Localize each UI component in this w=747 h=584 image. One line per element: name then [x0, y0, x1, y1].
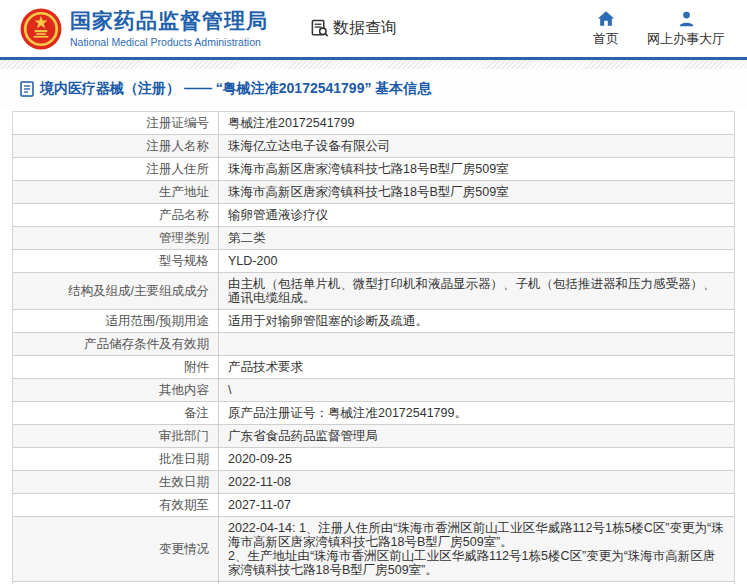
nmpa-logo[interactable]: 国家药品监督管理局 National Medical Products Admi… [20, 8, 268, 50]
row-label: 其他内容 [13, 379, 219, 401]
table-row: 有效期至 2027-11-07 [13, 494, 734, 517]
org-title: 国家药品监督管理局 [70, 9, 268, 33]
registration-info-table: 注册证编号 粤械注准20172541799 注册人名称 珠海亿立达电子设备有限公… [12, 111, 735, 584]
table-row: 附件 产品技术要求 [13, 356, 734, 379]
page-title: 境内医疗器械（注册） —— “粤械注准20172541799” 基本信息 [40, 80, 431, 98]
national-emblem-icon [20, 8, 62, 50]
site-header: 国家药品监督管理局 National Medical Products Admi… [0, 0, 747, 57]
row-value: 珠海亿立达电子设备有限公司 [219, 135, 734, 157]
row-label: 型号规格 [13, 250, 219, 272]
row-label: 产品储存条件及有效期 [13, 333, 219, 355]
row-label: 产品名称 [13, 204, 219, 226]
section-title-bar: 境内医疗器械（注册） —— “粤械注准20172541799” 基本信息 [0, 69, 747, 107]
nav-home-label: 首页 [593, 30, 619, 48]
row-value: 产品技术要求 [219, 356, 734, 378]
row-value: \ [219, 379, 734, 401]
row-value: 2020-09-25 [219, 448, 734, 470]
table-row: 型号规格 YLD-200 [13, 250, 734, 273]
row-label: 有效期至 [13, 494, 219, 516]
row-label: 变更情况 [13, 517, 219, 581]
hatched-strip [0, 60, 747, 69]
home-icon [597, 9, 615, 27]
row-value: 由主机（包括单片机、微型打印机和液晶显示器）、子机（包括推进器和压力感受器）、通… [219, 273, 734, 309]
table-row: 批准日期 2020-09-25 [13, 448, 734, 471]
row-value: 原产品注册证号：粤械注准20172541799。 [219, 402, 734, 424]
row-value: 第二类 [219, 227, 734, 249]
table-row: 备注 原产品注册证号：粤械注准20172541799。 [13, 402, 734, 425]
table-row: 管理类别 第二类 [13, 227, 734, 250]
row-label: 结构及组成/主要组成成分 [13, 273, 219, 309]
row-value [219, 333, 734, 355]
data-query-icon [310, 19, 329, 38]
row-label: 注册人住所 [13, 158, 219, 180]
row-label: 管理类别 [13, 227, 219, 249]
document-icon [20, 81, 34, 97]
row-value: 2022-11-08 [219, 471, 734, 493]
table-row: 注册证编号 粤械注准20172541799 [13, 112, 734, 135]
table-row: 适用范围/预期用途 适用于对输卵管阻塞的诊断及疏通。 [13, 310, 734, 333]
org-subtitle: National Medical Products Administration [70, 36, 268, 48]
row-value: 广东省食品药品监督管理局 [219, 425, 734, 447]
table-row: 注册人名称 珠海亿立达电子设备有限公司 [13, 135, 734, 158]
nav-home[interactable]: 首页 [593, 9, 619, 48]
row-label: 生效日期 [13, 471, 219, 493]
table-row: 变更情况 2022-04-14: 1、注册人住所由“珠海市香洲区前山工业区华威路… [13, 517, 734, 582]
row-label: 注册证编号 [13, 112, 219, 134]
row-value: 适用于对输卵管阻塞的诊断及疏通。 [219, 310, 734, 332]
row-value: 珠海市高新区唐家湾镇科技七路18号B型厂房509室 [219, 181, 734, 203]
row-value: 输卵管通液诊疗仪 [219, 204, 734, 226]
nav-online-hall[interactable]: 网上办事大厅 [647, 9, 725, 48]
table-row: 其他内容 \ [13, 379, 734, 402]
row-value: YLD-200 [219, 250, 734, 272]
data-query-tab[interactable]: 数据查询 [310, 18, 397, 39]
row-value: 粤械注准20172541799 [219, 112, 734, 134]
table-row: 结构及组成/主要组成成分 由主机（包括单片机、微型打印机和液晶显示器）、子机（包… [13, 273, 734, 310]
row-value: 珠海市高新区唐家湾镇科技七路18号B型厂房509室 [219, 158, 734, 180]
row-label: 生产地址 [13, 181, 219, 203]
top-nav: 首页 网上办事大厅 [593, 9, 725, 48]
data-query-label: 数据查询 [333, 18, 397, 39]
row-label: 适用范围/预期用途 [13, 310, 219, 332]
row-label: 批准日期 [13, 448, 219, 470]
table-row: 产品名称 输卵管通液诊疗仪 [13, 204, 734, 227]
row-value: 2022-04-14: 1、注册人住所由“珠海市香洲区前山工业区华威路112号1… [219, 517, 734, 581]
table-row: 生产地址 珠海市高新区唐家湾镇科技七路18号B型厂房509室 [13, 181, 734, 204]
row-label: 附件 [13, 356, 219, 378]
row-label: 审批部门 [13, 425, 219, 447]
table-row: 审批部门 广东省食品药品监督管理局 [13, 425, 734, 448]
row-value: 2027-11-07 [219, 494, 734, 516]
table-row: 生效日期 2022-11-08 [13, 471, 734, 494]
table-row: 注册人住所 珠海市高新区唐家湾镇科技七路18号B型厂房509室 [13, 158, 734, 181]
user-icon [678, 9, 695, 27]
row-label: 注册人名称 [13, 135, 219, 157]
nav-online-hall-label: 网上办事大厅 [647, 30, 725, 48]
table-row: 产品储存条件及有效期 [13, 333, 734, 356]
row-label: 备注 [13, 402, 219, 424]
